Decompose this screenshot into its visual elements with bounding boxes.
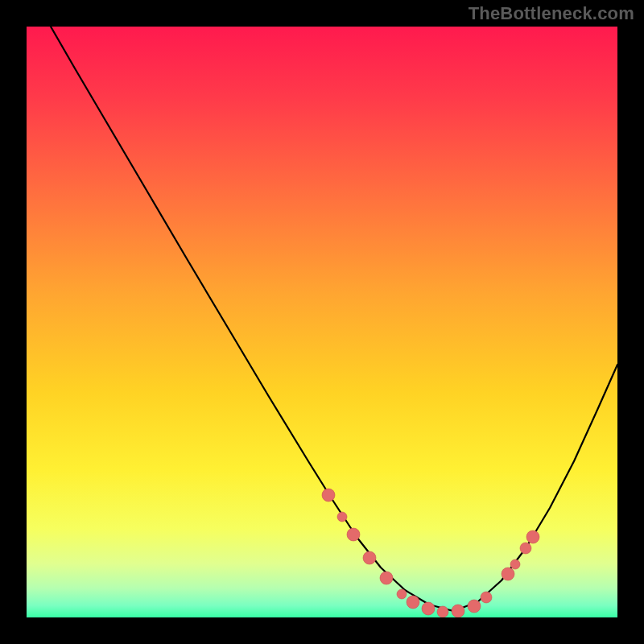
data-points (27, 27, 617, 617)
data-point (526, 530, 539, 543)
plot-area (27, 27, 617, 617)
data-point (397, 589, 407, 599)
data-point (380, 572, 393, 584)
data-point (407, 596, 419, 609)
watermark-text: TheBottleneck.com (469, 3, 634, 24)
data-point (322, 489, 335, 502)
data-point (510, 559, 520, 569)
data-point (481, 592, 492, 603)
data-point (520, 543, 531, 554)
data-point (422, 602, 435, 615)
data-point (452, 605, 464, 617)
data-point (347, 528, 360, 541)
data-point (468, 600, 481, 613)
data-point (437, 606, 448, 617)
data-point (502, 568, 514, 580)
data-point (337, 512, 347, 522)
data-point (363, 551, 376, 564)
